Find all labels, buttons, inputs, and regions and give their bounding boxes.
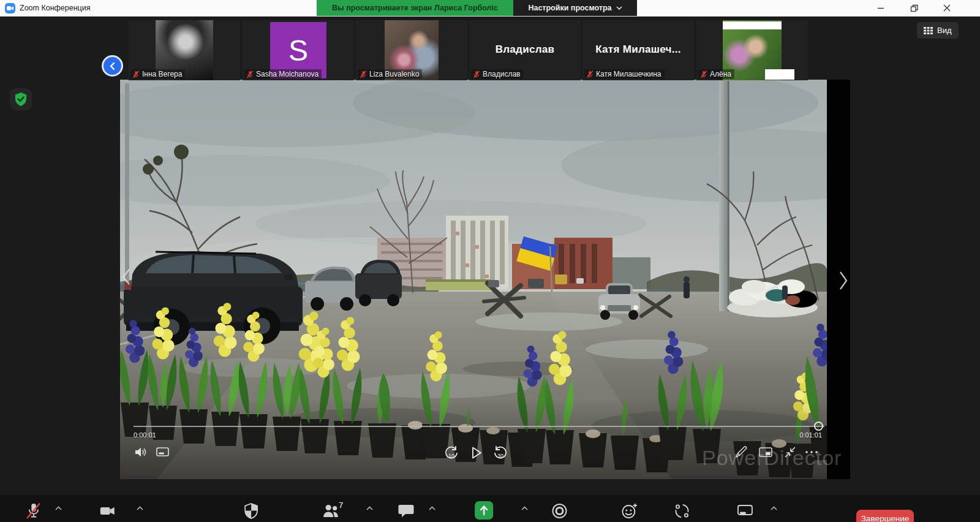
toolbar: Включить звук Остановить видео Безопасно… bbox=[0, 495, 980, 522]
unmute-options-chevron[interactable] bbox=[55, 506, 62, 510]
camera-icon bbox=[99, 502, 116, 520]
grid-view-icon bbox=[924, 27, 933, 34]
participant-tile[interactable]: Владислав Владислав bbox=[469, 20, 581, 80]
zoom-app-icon bbox=[5, 3, 15, 13]
participant-name-label: Liza Buvalenko bbox=[358, 69, 422, 79]
muted-mic-icon bbox=[132, 70, 140, 78]
chevron-down-icon bbox=[616, 6, 622, 10]
whiteboards-options-chevron[interactable] bbox=[771, 506, 777, 510]
reactions-icon bbox=[621, 502, 638, 520]
shared-screen[interactable]: 0:00:01 0:01:01 10 30 bbox=[120, 80, 850, 479]
volume-button[interactable] bbox=[134, 445, 148, 460]
player-progress-knob[interactable] bbox=[814, 422, 823, 431]
participants-badge: 7 bbox=[339, 501, 343, 510]
unmute-button[interactable]: Включить звук bbox=[8, 502, 59, 522]
meeting-stage: Вид Інна Вегера S Sasha Molchanova Liza … bbox=[0, 16, 980, 522]
svg-text:10: 10 bbox=[448, 453, 454, 459]
app-title: Zoom Конференция bbox=[20, 4, 91, 12]
participants-button[interactable]: 7 Участники bbox=[315, 502, 352, 522]
participant-name-label: Sasha Molchanova bbox=[244, 69, 322, 79]
participant-display-name: Владислав bbox=[469, 44, 581, 56]
titlebar: Zoom Конференция Вы просматриваете экран… bbox=[0, 0, 980, 17]
whiteboards-button[interactable]: Доски сообщений bbox=[713, 502, 776, 522]
rewind-10-button[interactable]: 10 bbox=[443, 445, 459, 461]
more-options-button[interactable] bbox=[805, 450, 818, 455]
play-button[interactable] bbox=[468, 445, 484, 461]
share-options-chevron[interactable] bbox=[521, 506, 528, 510]
record-button[interactable]: Запись bbox=[546, 502, 571, 522]
participant-name-label: Владислав bbox=[471, 69, 523, 79]
shared-video-scene bbox=[120, 80, 827, 479]
security-shield-badge[interactable] bbox=[10, 88, 32, 110]
participant-tile[interactable]: Алёна bbox=[696, 20, 808, 80]
record-icon bbox=[551, 502, 568, 520]
end-meeting-button[interactable]: Завершение bbox=[856, 510, 914, 522]
edit-pencil-button[interactable] bbox=[734, 445, 748, 460]
shield-check-icon bbox=[14, 92, 28, 107]
chevron-left-icon bbox=[108, 62, 117, 70]
participant-tile[interactable]: S Sasha Molchanova bbox=[243, 20, 354, 80]
security-shield-icon bbox=[243, 502, 259, 520]
stop-video-options-chevron[interactable] bbox=[137, 506, 143, 510]
participants-options-chevron[interactable] bbox=[366, 506, 373, 510]
player-progress-bar[interactable] bbox=[134, 426, 824, 427]
participant-name-label: Алёна bbox=[698, 69, 734, 79]
muted-mic-icon bbox=[246, 70, 254, 78]
muted-mic-icon bbox=[700, 70, 707, 78]
view-settings-label: Настройки просмотра bbox=[528, 4, 611, 12]
close-button[interactable] bbox=[935, 0, 959, 16]
restore-button[interactable] bbox=[902, 0, 926, 16]
share-screen-icon bbox=[475, 501, 493, 520]
stop-video-button[interactable]: Остановить видео bbox=[75, 502, 141, 522]
svg-text:30: 30 bbox=[497, 453, 503, 459]
muted-mic-icon bbox=[473, 70, 480, 78]
apps-button[interactable]: Приложения bbox=[659, 502, 704, 522]
redaction-bar bbox=[765, 69, 794, 80]
muted-mic-icon bbox=[360, 70, 367, 78]
apps-icon bbox=[673, 502, 690, 520]
chat-icon bbox=[398, 502, 414, 520]
collapse-button[interactable] bbox=[783, 445, 797, 460]
participant-tile[interactable]: Інна Вегера bbox=[129, 20, 240, 80]
next-arrow-icon[interactable] bbox=[838, 271, 849, 290]
reactions-button[interactable]: Реакции bbox=[615, 502, 644, 522]
view-button[interactable]: Вид bbox=[917, 22, 959, 39]
view-settings-button[interactable]: Настройки просмотра bbox=[513, 0, 637, 16]
subtitle-button[interactable] bbox=[156, 445, 170, 460]
whiteboard-icon bbox=[736, 502, 753, 520]
participant-tile[interactable]: Liza Buvalenko bbox=[356, 20, 467, 80]
chat-options-chevron[interactable] bbox=[429, 506, 435, 510]
zoom-meeting-window: { "window": { "app_title": "Zoom Конфере… bbox=[0, 0, 980, 522]
chat-button[interactable]: Чат bbox=[398, 502, 414, 522]
minimize-button[interactable] bbox=[869, 0, 893, 16]
redaction-bar bbox=[723, 21, 782, 29]
muted-mic-icon bbox=[26, 502, 42, 520]
security-button[interactable]: Безопасность bbox=[227, 502, 276, 522]
participant-name-label: Катя Милашечкина bbox=[584, 69, 665, 79]
back-button[interactable] bbox=[102, 55, 123, 77]
pip-button[interactable] bbox=[758, 445, 773, 460]
viewing-banner: Вы просматриваете экран Лариса Горболіс bbox=[317, 0, 513, 16]
current-time: 0:00:01 bbox=[134, 431, 156, 439]
prev-arrow-icon[interactable] bbox=[121, 268, 131, 286]
participant-display-name: Катя Милашеч... bbox=[582, 44, 694, 56]
view-label: Вид bbox=[937, 26, 952, 35]
share-screen-button[interactable]: Демонстрация экрана bbox=[445, 502, 523, 522]
forward-30-button[interactable]: 30 bbox=[492, 445, 508, 461]
participant-name-label: Інна Вегера bbox=[130, 69, 185, 79]
participants-icon bbox=[322, 502, 339, 520]
total-duration: 0:01:01 bbox=[799, 431, 822, 439]
participant-tile[interactable]: Катя Милашеч... Катя Милашечкина bbox=[582, 20, 694, 80]
muted-mic-icon bbox=[586, 70, 594, 78]
